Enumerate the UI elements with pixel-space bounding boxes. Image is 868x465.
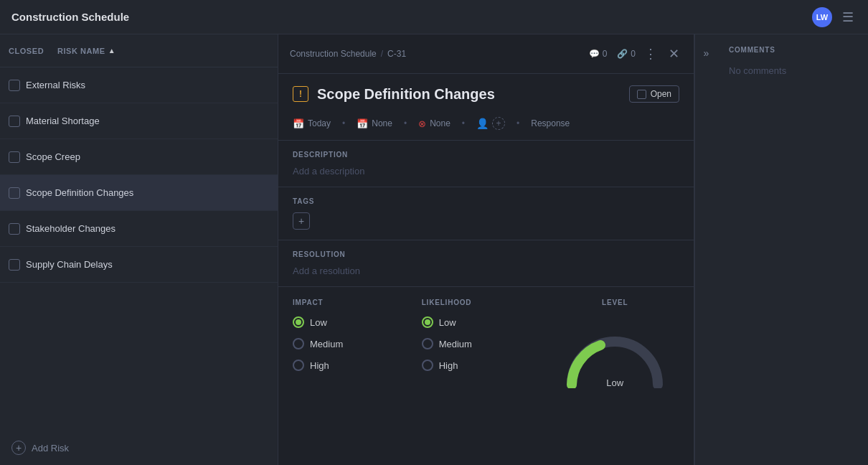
likelihood-label: LIKELIHOOD [422,299,551,306]
risk-type-icon: ! [293,86,308,102]
risk-checkbox[interactable] [9,80,20,91]
meta-response[interactable]: Response [531,118,570,128]
impact-low-radio[interactable] [293,316,304,328]
expand-icon[interactable]: » [701,44,712,62]
right-panel: Construction Schedule / C-31 💬 0 🔗 0 ⋮ ✕ [278,34,868,465]
detail-panel: Construction Schedule / C-31 💬 0 🔗 0 ⋮ ✕ [278,34,694,465]
risk-list: External Risks Material Shortage Scope C… [0,67,278,431]
col-closed-label: CLOSED [9,47,52,55]
likelihood-low[interactable]: Low [422,316,551,328]
meta-start-date[interactable]: 📅 None [357,118,392,129]
impact-radio-group: Low Medium High [293,316,422,371]
risk-name: Supply Chain Delays [26,259,269,270]
status-badge[interactable]: Open [629,85,679,103]
gauge-label: Low [606,377,623,388]
menu-icon[interactable]: ☰ [839,6,857,28]
meta-date[interactable]: 📅 Today [293,118,331,129]
likelihood-radio-group: Low Medium High [422,316,551,371]
risk-checkbox[interactable] [9,259,20,271]
risk-row[interactable]: External Risks [0,67,278,103]
description-label: DESCRIPTION [293,151,679,159]
likelihood-medium[interactable]: Medium [422,338,551,349]
status-checkbox[interactable] [637,90,646,99]
level-label: LEVEL [602,299,628,306]
impact-high-radio[interactable] [293,360,304,371]
main-layout: CLOSED RISK NAME ▲ External Risks Materi… [0,34,868,465]
expand-panel: » [694,34,717,465]
close-icon[interactable]: ✕ [666,43,682,65]
risk-checkbox[interactable] [9,151,20,163]
meta-end-date[interactable]: ⊗ None [418,118,450,129]
comments-label: COMMENTS [729,46,857,54]
likelihood-high[interactable]: High [422,360,551,371]
link-count-group[interactable]: 🔗 0 [617,49,636,59]
no-comments-label: No comments [729,65,857,76]
tags-area: + [293,212,679,230]
add-risk-button[interactable]: + Add Risk [0,431,278,465]
left-panel: CLOSED RISK NAME ▲ External Risks Materi… [0,34,278,465]
start-date-icon: 📅 [357,118,368,129]
risk-checkbox[interactable] [9,187,20,199]
risk-row[interactable]: Supply Chain Delays [0,247,278,283]
risk-name: Scope Creep [26,151,269,162]
assignee-icon: 👤 [476,118,489,129]
likelihood-low-radio[interactable] [422,316,433,328]
detail-title-row: ! Scope Definition Changes Open [278,74,694,111]
app-title: Construction Schedule [11,11,805,23]
risk-checkbox[interactable] [9,223,20,235]
comment-icon: 💬 [589,49,600,59]
likelihood-low-radio-inner [425,319,430,325]
risk-name: Material Shortage [26,116,269,126]
impact-col: IMPACT Low Medium [293,299,422,388]
risk-row-active[interactable]: Scope Definition Changes [0,175,278,211]
link-icon: 🔗 [617,49,628,59]
app-header: Construction Schedule LW ☰ [0,0,868,34]
risk-name: External Risks [26,80,269,90]
tags-section: TAGS + [278,187,694,240]
resolution-input[interactable]: Add a resolution [293,266,679,276]
calendar-icon: 📅 [293,118,304,129]
risk-checkbox[interactable] [9,116,20,127]
description-section: DESCRIPTION Add a description [278,140,694,187]
detail-title: Scope Definition Changes [317,86,621,103]
likelihood-medium-radio[interactable] [422,338,433,349]
impact-low[interactable]: Low [293,316,422,328]
add-risk-plus-icon: + [11,441,26,455]
more-options-icon[interactable]: ⋮ [641,43,660,65]
tags-label: TAGS [293,197,679,205]
impact-high[interactable]: High [293,360,422,371]
likelihood-high-radio[interactable] [422,360,433,371]
impact-low-radio-inner [296,319,301,325]
impact-label: IMPACT [293,299,422,306]
resolution-label: RESOLUTION [293,250,679,258]
level-col: LEVEL Low [550,299,679,388]
topbar-icons: 💬 0 🔗 0 [589,49,636,59]
add-assignee-button[interactable]: + [492,117,505,130]
risk-row[interactable]: Material Shortage [0,103,278,139]
breadcrumb: Construction Schedule / C-31 [290,49,583,59]
impact-medium-radio[interactable] [293,338,304,349]
gauge-container: Low [557,324,672,388]
risk-row[interactable]: Scope Creep [0,139,278,175]
likelihood-col: LIKELIHOOD Low Medium [422,299,551,388]
end-date-icon: ⊗ [418,118,426,129]
comment-count-group[interactable]: 💬 0 [589,49,608,59]
risk-assessment: IMPACT Low Medium [278,286,694,400]
resolution-section: RESOLUTION Add a resolution [278,240,694,286]
risk-name: Stakeholder Changes [26,223,269,234]
avatar[interactable]: LW [812,7,832,27]
list-header: CLOSED RISK NAME ▲ [0,34,278,67]
meta-assignee[interactable]: 👤 + [476,117,505,130]
col-name-label: RISK NAME ▲ [57,47,269,55]
detail-topbar: Construction Schedule / C-31 💬 0 🔗 0 ⋮ ✕ [278,34,694,74]
risk-name: Scope Definition Changes [26,187,269,198]
impact-medium[interactable]: Medium [293,338,422,349]
description-input[interactable]: Add a description [293,166,679,177]
add-tag-button[interactable]: + [293,212,310,230]
detail-meta: 📅 Today • 📅 None • ⊗ None • 👤 + [278,111,694,140]
comments-panel: COMMENTS No comments [717,34,868,465]
risk-row[interactable]: Stakeholder Changes [0,211,278,247]
